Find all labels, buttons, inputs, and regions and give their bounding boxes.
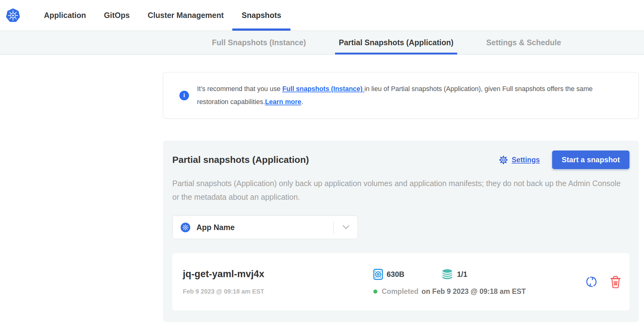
subnav-tab-settings-schedule[interactable]: Settings & Schedule [486, 31, 561, 54]
info-icon: i [179, 91, 189, 100]
status-finished-date: on Feb 9 2023 @ 09:18 am EST [422, 287, 526, 296]
start-snapshot-button[interactable]: Start a snapshot [552, 150, 629, 169]
settings-link[interactable]: Settings [512, 156, 540, 164]
restore-icon[interactable] [584, 275, 599, 289]
snapshot-name: jq-get-yaml-mvj4x [183, 268, 373, 280]
subnav-tab-partial-snapshots[interactable]: Partial Snapshots (Application) [339, 31, 453, 54]
banner-text-part1: It’s recommend that you use [197, 85, 282, 93]
snapshot-info: jq-get-yaml-mvj4x Feb 9 2023 @ 09:18 am … [183, 268, 373, 295]
learn-more-link[interactable]: Learn more [265, 98, 301, 106]
snapshots-sub-nav: Full Snapshots (Instance) Partial Snapsh… [0, 31, 644, 54]
status-dot-icon [373, 290, 377, 294]
volume-size-icon [373, 269, 383, 280]
volumes-group: 1/1 [441, 269, 467, 280]
info-banner-text: It’s recommend that you use Full snapsho… [197, 82, 624, 108]
app-name-select[interactable]: App Name [172, 216, 358, 239]
partial-snapshots-panel: Partial snapshots (Application) [163, 141, 639, 322]
database-icon [441, 269, 453, 280]
select-divider [333, 221, 334, 234]
panel-actions: Settings Start a snapshot [499, 150, 629, 169]
top-nav-items: Application GitOps Cluster Management Sn… [44, 0, 281, 31]
snapshot-metrics: 630B 1/1 [373, 268, 526, 296]
topnav-item-snapshots[interactable]: Snapshots [242, 0, 281, 31]
full-snapshots-link[interactable]: Full snapshots (Instance) [282, 85, 364, 93]
info-banner: i It’s recommend that you use Full snaps… [163, 72, 639, 119]
snapshot-metrics-top: 630B 1/1 [373, 268, 526, 281]
snapshot-card: jq-get-yaml-mvj4x Feb 9 2023 @ 09:18 am … [172, 253, 629, 311]
kubernetes-logo-icon[interactable] [6, 8, 20, 23]
topnav-item-gitops[interactable]: GitOps [104, 0, 130, 31]
snapshot-status-row: Completed on Feb 9 2023 @ 09:18 am EST [373, 287, 526, 296]
topnav-item-application[interactable]: Application [44, 0, 86, 31]
chevron-down-icon[interactable] [342, 225, 350, 230]
app-name-value: App Name [196, 223, 235, 232]
gear-icon[interactable] [499, 155, 508, 165]
delete-icon[interactable] [610, 275, 621, 289]
snapshot-started-date: Feb 9 2023 @ 09:18 am EST [183, 288, 373, 295]
page-title: Partial snapshots (Application) [172, 155, 309, 165]
panel-header: Partial snapshots (Application) [172, 150, 629, 169]
subnav-tab-full-snapshots[interactable]: Full Snapshots (Instance) [212, 31, 306, 54]
topnav-item-cluster-management[interactable]: Cluster Management [148, 0, 224, 31]
panel-description: Partial snapshots (Application) only bac… [172, 177, 629, 204]
top-nav: Application GitOps Cluster Management Sn… [0, 0, 644, 31]
kubernetes-app-icon [181, 223, 190, 232]
snapshot-size: 630B [387, 270, 404, 279]
snapshot-actions [584, 275, 621, 289]
banner-text-part3: . [301, 98, 303, 106]
volumes-count: 1/1 [457, 270, 467, 279]
status-badge: Completed [382, 287, 419, 296]
